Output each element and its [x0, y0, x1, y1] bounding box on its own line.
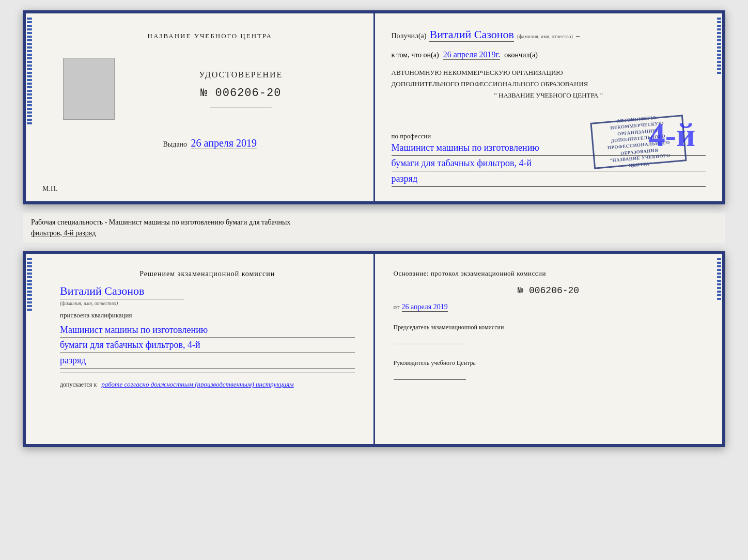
top-right-page: Получил(а) Виталий Сазонов (фамилия, имя…	[375, 13, 723, 201]
finished-label: окончил(а)	[504, 51, 538, 59]
basis-label: Основание: протокол экзаменационной коми…	[394, 268, 704, 279]
bottom-fio-label: (фамилия, имя, отчество)	[60, 300, 118, 306]
received-prefix: Получил(а)	[392, 32, 427, 40]
bottom-booklet: Решением экзаменационной комиссии Витали…	[23, 251, 725, 447]
allowed-value: работе согласно должностным (производств…	[101, 380, 293, 388]
bottom-right-edge	[716, 254, 722, 444]
description-text: Рабочая специальность - Машинист машины …	[31, 218, 290, 226]
left-edge-decoration	[26, 13, 33, 201]
chairman-sig-line	[394, 334, 466, 344]
protokol-number: № 006206-20	[394, 285, 704, 296]
director-sig-line	[394, 370, 466, 380]
qual-line2: бумаги для табачных фильтров, 4-й	[60, 338, 355, 353]
bottom-date: 26 апреля 2019	[402, 303, 448, 312]
bottom-right-page: Основание: протокол экзаменационной коми…	[375, 254, 723, 444]
recipient-name: Виталий Сазонов	[429, 28, 513, 42]
right-edge-decoration-top	[716, 13, 722, 201]
in-that-prefix: в том, что он(а)	[392, 51, 439, 59]
assigned-label: присвоена квалификация	[60, 311, 355, 319]
ot-prefix: от	[394, 303, 400, 311]
date-value-top: 26 апреля 2019г.	[443, 50, 501, 60]
cert-title: УДОСТОВЕРЕНИЕ	[199, 70, 283, 79]
org-name-label-left: НАЗВАНИЕ УЧЕБНОГО ЦЕНТРА	[53, 32, 367, 40]
issued-line: Выдано 26 апреля 2019	[163, 137, 257, 149]
allowed-line: допускается к работе согласно должностны…	[60, 380, 355, 389]
bottom-name: Виталий Сазонов	[60, 284, 144, 298]
cert-number: № 006206-20	[200, 87, 281, 100]
issued-label: Выдано	[163, 140, 188, 148]
mp-label: М.П.	[42, 185, 58, 193]
top-left-page: НАЗВАНИЕ УЧЕБНОГО ЦЕНТРА УДОСТОВЕРЕНИЕ №…	[26, 13, 375, 201]
org-lines: АВТОНОМНУЮ НЕКОММЕРЧЕСКУЮ ОРГАНИЗАЦИЮ ДО…	[392, 67, 706, 101]
qual-line1: Машинист машины по изготовлению	[60, 323, 355, 338]
fio-label-top: (фамилия, имя, отчество)	[517, 34, 573, 39]
chairman-label: Председатель экзаменационной комиссии	[394, 323, 704, 332]
issued-date: 26 апреля 2019	[191, 137, 257, 149]
photo-placeholder	[63, 58, 115, 120]
description-bar: Рабочая специальность - Машинист машины …	[23, 213, 725, 243]
org-line2: ДОПОЛНИТЕЛЬНОГО ПРОФЕССИОНАЛЬНОГО ОБРАЗО…	[392, 78, 706, 90]
qual-line3: разряд	[60, 353, 355, 369]
org-line1: АВТОНОМНУЮ НЕКОММЕРЧЕСКУЮ ОРГАНИЗАЦИЮ	[392, 67, 706, 78]
bottom-left-page: Решением экзаменационной комиссии Витали…	[26, 254, 375, 444]
big-4-stamp: 4-й	[649, 116, 695, 154]
bottom-left-edge	[26, 254, 33, 444]
allowed-prefix: допускается к	[60, 381, 97, 388]
chairman-block: Председатель экзаменационной комиссии	[394, 323, 704, 344]
director-block: Руководитель учебного Центра	[394, 359, 704, 380]
commission-title: Решением экзаменационной комиссии	[60, 268, 355, 279]
profession-line3: разряд	[392, 171, 706, 187]
description-underlined: фильтров, 4-й разряд	[31, 229, 96, 237]
recipient-line: Получил(а) Виталий Сазонов (фамилия, имя…	[392, 28, 706, 42]
director-label: Руководитель учебного Центра	[394, 359, 704, 367]
top-booklet: НАЗВАНИЕ УЧЕБНОГО ЦЕНТРА УДОСТОВЕРЕНИЕ №…	[23, 10, 725, 204]
org-name-quoted: " НАЗВАНИЕ УЧЕБНОГО ЦЕНТРА "	[392, 90, 706, 101]
